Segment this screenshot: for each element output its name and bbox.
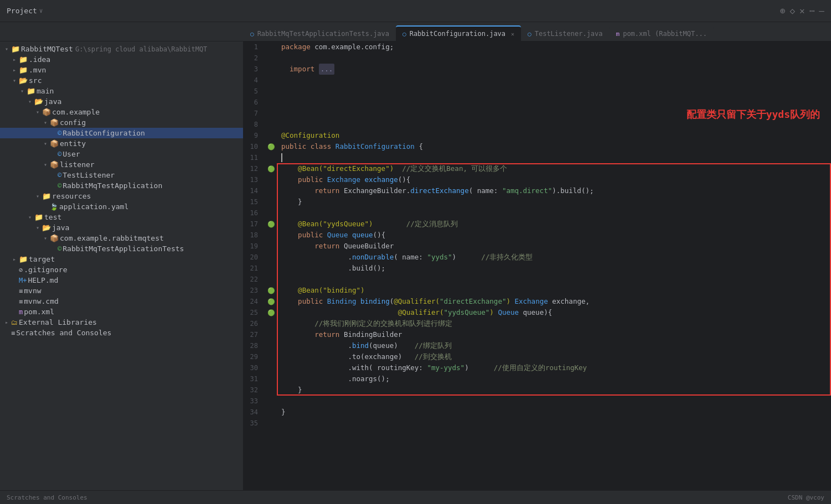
sidebar-item[interactable]: © RabbitMqTestApplication [0,180,243,191]
sidebar-item[interactable]: ▾📦 listener [0,159,243,170]
sidebar-item[interactable]: ▾📦 entity [0,138,243,149]
code-line: } [277,196,831,207]
token-plain: . [281,340,352,351]
gutter-icon-row [266,86,277,97]
main-content: ▾📁 RabbitMQTestG:\spring cloud alibaba\R… [0,41,831,490]
java-app-icon: © [58,245,61,253]
sidebar-item[interactable]: © User [0,149,243,159]
tree-label: listener [60,160,95,169]
sidebar-item[interactable]: ≡ mvnw.cmd [0,296,243,306]
token-plain [394,163,402,174]
token-comment: //绑定队列 [415,340,452,351]
sidebar-item[interactable]: ▸🗂 External Libraries [0,317,243,328]
token-type: RabbitConfiguration [336,141,415,152]
script-icon: ≡ [19,298,23,305]
line-numbers: 1234567891011121314151617181920212223242… [244,41,266,490]
sidebar-item[interactable]: ▾📂 java [0,222,243,233]
project-chevron-icon[interactable]: ∨ [39,7,43,14]
sidebar-item[interactable]: m pom.xml [0,306,243,317]
sidebar-item[interactable]: © RabbitConfiguration [0,128,243,138]
line-number: 33 [244,396,261,407]
tree-arrow: ▾ [33,225,42,231]
tree-label: mvnw.cmd [24,297,59,305]
code-line [277,108,831,119]
tab-rabbitmqtests[interactable]: ○ RabbitMqTestApplicationTests.java [244,27,396,41]
tree-label: com.example.rabbitmqtest [60,234,164,242]
sidebar-item[interactable]: ▾📁 resources [0,191,243,201]
token-kw: public [281,141,306,152]
code-line: @Qualifier("yydsQueue") Queue queue){ [277,307,831,318]
token-plain [331,141,336,152]
tree-arrow: ▾ [41,162,50,168]
line-number: 26 [244,318,261,329]
token-plain: .noargs(); [281,373,390,385]
token-fn: binding [360,296,390,307]
code-line: @Bean("binding") [277,285,831,296]
line-number: 12 [244,163,261,174]
code-line [277,53,831,64]
token-type: Queue [327,230,348,241]
code-line [277,274,831,285]
token-plain: .build(); [281,263,385,274]
sidebar-item[interactable]: ▾📦 com.example [0,107,243,117]
sidebar-item[interactable]: © TestListener [0,170,243,180]
sidebar-item[interactable]: 🍃 application.yaml [0,201,243,212]
code-line: .noargs(); [277,373,831,385]
token-kw: package [281,41,311,53]
token-plain: ExchangeBuilder. [339,185,410,196]
more-icon[interactable]: ⋯ [809,6,815,16]
java-class-icon: © [58,150,61,158]
gutter-icon-row [266,351,277,362]
sidebar-item[interactable]: ▸📁 .idea [0,54,243,65]
gutter-icon-row [266,53,277,64]
tab-close-icon[interactable]: ✕ [511,31,514,37]
sidebar-item[interactable]: ▾📦 com.example.rabbitmqtest [0,233,243,243]
minimize-icon[interactable]: — [819,6,824,16]
gutter-icon-row: 🟢 [266,296,277,307]
sidebar-item[interactable]: ≡ Scratches and Consoles [0,328,243,338]
tab-testlistener[interactable]: ○ TestListener.java [521,27,609,41]
tab-rabbitconfig[interactable]: ○ RabbitConfiguration.java ✕ [396,25,521,41]
gutter-icon-row: 🟢 [266,141,277,152]
folder-icon: 📁 [11,45,20,53]
sidebar-item[interactable]: ▾📦 config [0,117,243,128]
code-line: @Bean("yydsQueue") //定义消息队列 [277,219,831,230]
tree-arrow: ▸ [10,56,19,63]
project-label[interactable]: Project ∨ [7,7,43,15]
tree-label: target [29,255,55,263]
tab-pomxml[interactable]: m pom.xml (RabbitMQT... [610,27,714,41]
code-line [277,207,831,219]
sidebar-item[interactable]: © RabbitMqTestApplicationTests [0,243,243,254]
sidebar-item[interactable]: ▸📁 target [0,254,243,264]
token-plain [281,296,298,307]
close-icon[interactable]: ✕ [799,6,805,16]
sidebar-item[interactable]: ▾📂 java [0,96,243,107]
navigate-icon[interactable]: ⊕ [780,6,786,16]
sidebar-item[interactable]: ▾📁 main [0,86,243,96]
tree-label: resources [52,192,91,200]
sidebar-item[interactable]: ▾📁 RabbitMQTestG:\spring cloud alibaba\R… [0,44,243,54]
sidebar-item[interactable]: M+ HELP.md [0,275,243,285]
sidebar-item[interactable]: ▾📁 test [0,212,243,222]
token-plain: ) [452,252,482,263]
token-plain [281,185,314,196]
sidebar-item[interactable]: ⊘ .gitignore [0,264,243,275]
sidebar-item[interactable]: ▾📂 src [0,75,243,86]
tree-arrow: ▾ [2,46,11,52]
code-area[interactable]: package com.example.config; import ...@C… [277,41,831,490]
token-plain: ( name: [469,185,502,196]
token-plain [348,230,352,241]
gutter-icon-row [266,152,277,163]
folder-icon: 📁 [19,55,28,64]
bookmark-icon[interactable]: ◇ [789,6,795,16]
package-icon: 📦 [50,118,59,127]
code-line: .build(); [277,263,831,274]
sidebar-item[interactable]: ≡ mvnw [0,285,243,296]
token-comment: //将我们刚刚定义的交换机和队列进行绑定 [314,318,452,329]
token-str: "yydsQueue" [444,307,490,318]
sidebar-item[interactable]: ▸📁 .mvn [0,65,243,75]
line-number: 13 [244,174,261,185]
token-plain [281,174,298,185]
markdown-icon: M+ [19,277,27,284]
token-comment: //到交换机 [415,351,452,362]
